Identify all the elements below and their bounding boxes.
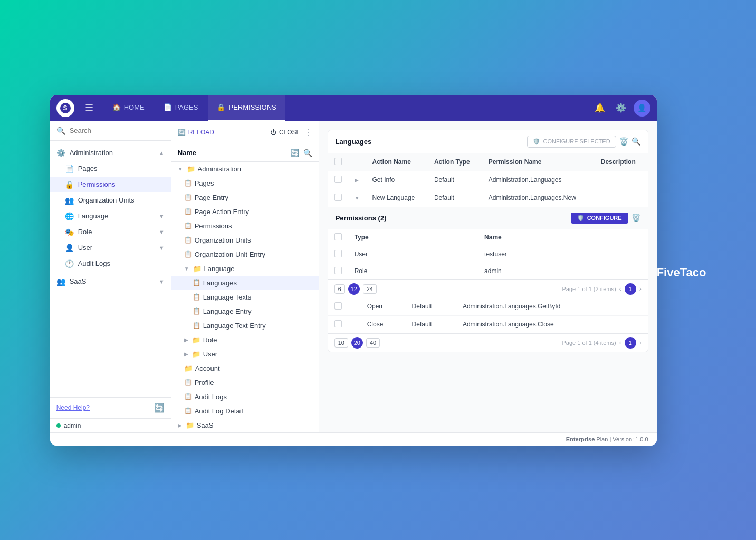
tree-item-language-text-entry[interactable]: 📋 Language Text Entry: [171, 319, 319, 333]
tree-item-administration[interactable]: ▼ 📁 Administration: [171, 162, 319, 176]
sidebar-item-user[interactable]: 👤 User ▼: [50, 240, 171, 256]
tree-item-saas[interactable]: ▶ 📁 SaaS: [171, 418, 319, 432]
page-icon7: 📋: [193, 279, 200, 286]
tree-item-org-units[interactable]: 📋 Organization Units: [171, 233, 319, 247]
tree-item-account[interactable]: 📁 Account: [171, 361, 319, 375]
prev-page-button[interactable]: ‹: [619, 285, 621, 293]
top-nav: S ☰ 🏠 HOME 📄 PAGES 🔒 PERMISSIONS 🔔 ⚙️ 👤: [50, 95, 657, 121]
languages-section-header: Languages 🛡️ CONFIGURE SELECTED 🗑️ 🔍: [328, 130, 648, 153]
table-row: Open Default Administration.Languages.Ge…: [328, 298, 648, 316]
action-name-3: Open: [361, 298, 406, 316]
sidebar-item-language[interactable]: 🌐 Language ▼: [50, 208, 171, 224]
tab-home[interactable]: 🏠 HOME: [104, 95, 153, 121]
current-page[interactable]: 1: [625, 283, 636, 295]
perm-delete-button[interactable]: 🗑️: [631, 214, 640, 222]
more-button[interactable]: ⋮: [304, 128, 312, 138]
permissions-sub-title: Permissions (2): [336, 214, 387, 222]
sidebar-item-organization-units[interactable]: 👥 Organization Units: [50, 192, 171, 208]
page-size-6[interactable]: 6: [334, 284, 345, 294]
need-help-link[interactable]: Need Help?: [56, 404, 90, 411]
tree-item-profile[interactable]: 📋 Profile: [171, 375, 319, 390]
perm-checkbox-2[interactable]: [334, 267, 342, 274]
row-expand-1[interactable]: ▶: [355, 177, 359, 183]
tree-item-language[interactable]: ▼ 📁 Language: [171, 262, 319, 276]
main-current-page[interactable]: 1: [625, 337, 636, 349]
perm-checkbox-1[interactable]: [334, 250, 342, 257]
tree-item-pages[interactable]: 📋 Pages: [171, 176, 319, 190]
sidebar-item-pages[interactable]: 📄 Pages: [50, 161, 171, 177]
row-expand-2[interactable]: ▼: [355, 195, 360, 201]
table-row: Close Default Administration.Languages.C…: [328, 315, 648, 333]
main-next-page[interactable]: ›: [639, 339, 642, 346]
main-page-size-10[interactable]: 10: [334, 338, 348, 348]
tree-item-audit-log-detail[interactable]: 📋 Audit Log Detail: [171, 404, 319, 418]
configure-button[interactable]: 🛡️ CONFIGURE: [571, 213, 628, 224]
main-prev-page[interactable]: ‹: [619, 339, 621, 346]
languages-delete-button[interactable]: 🗑️: [619, 137, 628, 146]
page-icon9: 📋: [193, 307, 200, 315]
sidebar-item-saas[interactable]: 👥 SaaS ▼: [50, 274, 171, 290]
description-4: [628, 315, 647, 333]
tree-item-permissions[interactable]: 📋 Permissions: [171, 219, 319, 233]
col-expand: [348, 153, 366, 171]
pages-tab-icon: 📄: [164, 103, 172, 111]
permission-name-3: Administration.Languages.GetById: [456, 298, 628, 316]
user-icon: 👤: [65, 244, 74, 252]
avatar-button[interactable]: 👤: [634, 100, 650, 117]
tree-item-language-texts[interactable]: 📋 Language Texts: [171, 290, 319, 304]
perm-actions: 🛡️ CONFIGURE 🗑️: [571, 213, 640, 224]
row-checkbox-3[interactable]: [334, 302, 342, 310]
tree-refresh-icon[interactable]: 🔄: [290, 149, 299, 157]
page-size-12[interactable]: 12: [348, 283, 360, 295]
perm-select-all[interactable]: [334, 233, 342, 240]
main-page-size-20[interactable]: 20: [351, 337, 363, 349]
tree-saas-chevron: ▶: [178, 422, 182, 428]
notification-button[interactable]: 🔔: [591, 100, 608, 117]
logo-button[interactable]: S: [56, 99, 74, 117]
folder-icon5: 📁: [184, 364, 193, 372]
reload-button[interactable]: 🔄 RELOAD: [178, 129, 214, 136]
tree-search-icon[interactable]: 🔍: [303, 149, 312, 157]
main-page-size-40[interactable]: 40: [366, 338, 380, 348]
sidebar-footer: Need Help? 🔄: [50, 397, 171, 418]
search-icon: 🔍: [56, 127, 65, 135]
brand-footer: FiveTaco: [657, 255, 706, 285]
tree-item-org-unit-entry[interactable]: 📋 Organization Unit Entry: [171, 247, 319, 262]
perm-table-row: User testuser: [328, 246, 648, 263]
middle-panel: 🔄 RELOAD ⏻ CLOSE ⋮ Name 🔄 🔍: [171, 121, 319, 432]
sidebar-item-audit-logs[interactable]: 🕐 Audit Logs: [50, 256, 171, 272]
sidebar-item-administration[interactable]: ⚙️ Administration ▲: [50, 145, 171, 161]
configure-selected-button[interactable]: 🛡️ CONFIGURE SELECTED: [527, 136, 616, 148]
tree-item-audit-logs[interactable]: 📋 Audit Logs: [171, 390, 319, 404]
languages-search-button[interactable]: 🔍: [631, 137, 640, 146]
refresh-icon[interactable]: 🔄: [154, 403, 165, 413]
chevron-down-icon3: ▼: [159, 245, 165, 251]
tree-item-page-action-entry[interactable]: 📋 Page Action Entry: [171, 205, 319, 219]
sidebar-item-role[interactable]: 🎭 Role ▼: [50, 224, 171, 240]
col-description: Description: [595, 153, 648, 171]
brand-name: FiveTaco: [657, 266, 706, 279]
tree-item-page-entry[interactable]: 📋 Page Entry: [171, 190, 319, 205]
page-size-24[interactable]: 24: [363, 284, 377, 294]
tree-item-language-entry[interactable]: 📋 Language Entry: [171, 304, 319, 319]
action-name-4: Close: [361, 315, 406, 333]
sidebar-item-permissions[interactable]: 🔒 Permissions: [50, 177, 171, 192]
tree-item-user[interactable]: ▶ 📁 User: [171, 347, 319, 361]
select-all-checkbox[interactable]: [334, 158, 342, 165]
pages-icon: 📄: [65, 165, 74, 173]
search-input[interactable]: [70, 127, 165, 134]
tree-item-languages[interactable]: 📋 Languages: [171, 276, 319, 290]
permission-name-4: Administration.Languages.Close: [456, 315, 628, 333]
description-1: [595, 171, 648, 189]
close-button[interactable]: ⏻ CLOSE: [270, 129, 301, 136]
row-checkbox-2[interactable]: [334, 194, 342, 201]
tab-permissions[interactable]: 🔒 PERMISSIONS: [208, 95, 284, 121]
tree-item-role[interactable]: ▶ 📁 Role: [171, 333, 319, 347]
nav-icons: 🔔 ⚙️ 👤: [591, 100, 650, 117]
hamburger-button[interactable]: ☰: [81, 100, 98, 116]
row-checkbox-1[interactable]: [334, 176, 342, 183]
settings-button[interactable]: ⚙️: [613, 100, 629, 117]
tab-pages[interactable]: 📄 PAGES: [155, 95, 207, 121]
row-checkbox-4[interactable]: [334, 320, 342, 327]
next-page-button[interactable]: ›: [639, 285, 642, 293]
